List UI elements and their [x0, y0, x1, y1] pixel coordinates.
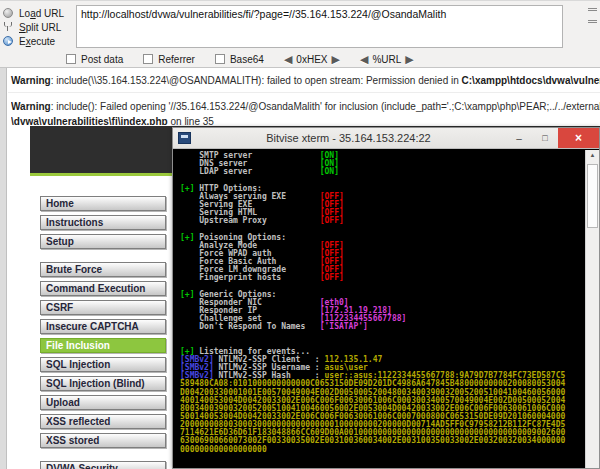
minimize-icon[interactable]: – — [506, 128, 532, 148]
sidebar-item-command-execution[interactable]: Command Execution — [40, 281, 166, 296]
sidebar-item-setup[interactable]: Setup — [40, 234, 166, 249]
hackbar-options: Post dataReferrerBase64◀0xHEX▶◀%URL▶ — [66, 51, 414, 67]
terminal-line: LDAP server [ON] — [180, 168, 584, 176]
load-url-icon — [3, 8, 13, 18]
window-controls: – □ × — [506, 128, 599, 148]
checkbox-label: Post data — [81, 54, 123, 65]
terminal-titlebar[interactable]: Bitvise xterm - 35.164.153.224:22 – □ × — [173, 128, 599, 149]
terminal-line — [180, 331, 584, 339]
resize-grip-icon[interactable] — [588, 20, 597, 24]
checkbox-icon[interactable] — [143, 54, 153, 64]
action-label: Execute — [19, 36, 55, 47]
warning-text: : include(): Failed opening '//35.164.15… — [51, 101, 600, 112]
execute-icon — [3, 36, 13, 46]
warning-text: : include(\\35.164.153.224\@OSANDAMALITH… — [51, 75, 462, 86]
sidebar-item-sql-injection-blind-[interactable]: SQL Injection (Blind) — [40, 376, 166, 391]
terminal-line: Fingerprint hosts [OFF] — [180, 274, 584, 282]
terminal-output: SMTP server [ON] DNS server [ON] LDAP se… — [175, 150, 584, 468]
warning-message: Warning: include(\\35.164.153.224\@OSAND… — [8, 68, 600, 93]
sidebar-item-home[interactable]: Home — [40, 196, 166, 211]
sidebar-group: HomeInstructionsSetup — [40, 196, 166, 249]
decode-arrow-icon[interactable]: ◀ — [284, 54, 292, 65]
dvwa-sidebar-menu: HomeInstructionsSetupBrute ForceCommand … — [40, 196, 166, 469]
url-input[interactable]: http://localhost/dvwa/vulnerabilities/fi… — [76, 5, 563, 48]
encode-arrow-icon[interactable]: ▶ — [331, 54, 339, 65]
load-url-button[interactable]: Load URL — [3, 6, 75, 20]
terminal-line: Upstream Proxy [OFF] — [180, 217, 584, 225]
warning-message: Warning: include(): Failed opening '//35… — [8, 93, 600, 129]
encoder-label: 0xHEX — [296, 54, 327, 65]
sidebar-item-csrf[interactable]: CSRF — [40, 300, 166, 315]
encoder-label: %URL — [372, 54, 401, 65]
scrollbar-thumb[interactable] — [587, 164, 598, 228]
0xhex-encoder: ◀0xHEX▶ — [284, 54, 340, 65]
scroll-up-icon[interactable]: ▲ — [586, 152, 599, 158]
hackbar-toolbar: Load URLSplit URLExecute http://localhos… — [0, 0, 600, 68]
url-encoder: ◀%URL▶ — [360, 54, 414, 65]
post-data-checkbox[interactable]: Post data — [66, 54, 123, 65]
checkbox-icon[interactable] — [66, 54, 76, 64]
sidebar-item-dvwa-security[interactable]: DVWA Security — [40, 461, 166, 469]
sidebar-item-instructions[interactable]: Instructions — [40, 215, 166, 230]
terminal-line: 000000000000000000 — [180, 446, 584, 454]
terminal-scrollbar[interactable]: ▲ — [585, 150, 599, 468]
sidebar-item-upload[interactable]: Upload — [40, 395, 166, 410]
checkbox-label: Base64 — [230, 54, 264, 65]
warning-path: C:\xampp\htdocs\dvwa\vulnerabilities\fi\… — [462, 75, 600, 86]
terminal-line: Don't Respond To Names ['ISATAP'] — [180, 323, 584, 331]
warning-label: Warning — [11, 75, 51, 86]
sidebar-item-brute-force[interactable]: Brute Force — [40, 262, 166, 277]
checkbox-icon[interactable] — [215, 54, 225, 64]
bitvise-app-icon — [178, 132, 191, 144]
split-url-icon — [3, 22, 13, 32]
warning-label: Warning — [11, 101, 51, 112]
page-left-strip — [0, 68, 7, 469]
encode-arrow-icon[interactable]: ▶ — [405, 54, 413, 65]
sidebar-group: Brute ForceCommand ExecutionCSRFInsecure… — [40, 262, 166, 448]
sidebar-item-xss-reflected[interactable]: XSS reflected — [40, 414, 166, 429]
base64-checkbox[interactable]: Base64 — [215, 54, 264, 65]
checkbox-label: Referrer — [158, 54, 195, 65]
php-warnings: Warning: include(\\35.164.153.224\@OSAND… — [8, 68, 600, 129]
terminal-title: Bitvise xterm - 35.164.153.224:22 — [191, 132, 506, 144]
sidebar-item-sql-injection[interactable]: SQL Injection — [40, 357, 166, 372]
sidebar-group: DVWA Security — [40, 461, 166, 469]
decode-arrow-icon[interactable]: ◀ — [360, 54, 368, 65]
split-url-button[interactable]: Split URL — [3, 20, 75, 34]
action-label: Split URL — [19, 22, 61, 33]
close-icon[interactable]: × — [558, 128, 599, 148]
referrer-checkbox[interactable]: Referrer — [143, 54, 195, 65]
resize-grip-icon[interactable] — [588, 8, 597, 12]
sidebar-item-insecure-captcha[interactable]: Insecure CAPTCHA — [40, 319, 166, 334]
sidebar-item-xss-stored[interactable]: XSS stored — [40, 433, 166, 448]
action-label: Load URL — [19, 8, 64, 19]
execute-button[interactable]: Execute — [3, 34, 75, 48]
resize-grips — [588, 8, 597, 32]
hackbar-actions: Load URLSplit URLExecute — [3, 6, 75, 48]
bitvise-xterm-window: Bitvise xterm - 35.164.153.224:22 – □ × … — [172, 127, 600, 469]
maximize-icon[interactable]: □ — [532, 128, 558, 148]
sidebar-item-file-inclusion[interactable]: File Inclusion — [40, 338, 166, 353]
